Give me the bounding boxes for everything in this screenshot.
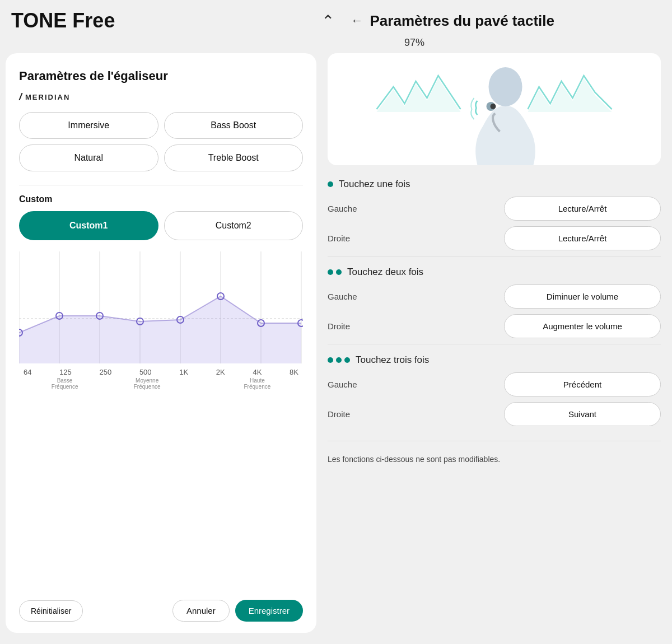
reset-button[interactable]: Réinitialiser	[19, 600, 83, 622]
eq-panel: Paramètres de l'égaliseur / MERIDIAN Imm…	[6, 53, 316, 633]
touch-section-title-1: Touchez une fois	[339, 179, 410, 190]
dot-icon	[328, 269, 333, 275]
save-button[interactable]: Enregistrer	[235, 600, 303, 622]
touch-row: DroiteSuivant	[328, 402, 661, 426]
touch-row: GaucheLecture/Arrêt	[328, 197, 661, 221]
side-label: Gauche	[328, 204, 367, 213]
dot-icon	[328, 357, 333, 363]
svg-point-17	[489, 67, 522, 106]
right-header: ← Paramètres du pavé tactile	[351, 12, 661, 30]
touch-dots-2	[328, 269, 342, 275]
earphone-illustration-box	[328, 53, 661, 165]
preset-treble-boost[interactable]: Treble Boost	[164, 144, 304, 171]
eq-freq-labels: 64 125 250 500 1K 2K 4K 8K	[19, 366, 303, 376]
preset-bass-boost[interactable]: Bass Boost	[164, 112, 304, 139]
touch-section-1: Touchez une foisGaucheLecture/ArrêtDroit…	[328, 179, 661, 256]
side-label: Droite	[328, 234, 367, 243]
battery-indicator: 97%	[157, 37, 672, 53]
custom-section-label: Custom	[19, 194, 303, 204]
action-button[interactable]: Suivant	[504, 402, 661, 426]
touch-header-1: Touchez une fois	[328, 179, 661, 190]
earphone-illustration	[328, 53, 661, 165]
action-button[interactable]: Précédent	[504, 372, 661, 396]
section-divider	[328, 344, 661, 344]
main-content: Paramètres de l'égaliseur / MERIDIAN Imm…	[0, 53, 672, 644]
touch-dots-3	[328, 357, 350, 363]
custom1-button[interactable]: Custom1	[19, 211, 158, 240]
bottom-right-actions: Annuler Enregistrer	[172, 600, 303, 622]
side-label: Gauche	[328, 292, 367, 301]
touch-dots-1	[328, 181, 333, 187]
bottom-divider	[328, 441, 661, 441]
eq-chart	[19, 251, 303, 363]
app-title: TONE Free	[11, 9, 321, 32]
action-button[interactable]: Lecture/Arrêt	[504, 197, 661, 221]
touch-section-title-3: Touchez trois fois	[356, 354, 429, 366]
eq-freq-sublabels: Basse Fréquence Moyenne Fréquence Haute …	[19, 377, 303, 390]
meridian-logo: / MERIDIAN	[19, 91, 303, 103]
touch-settings-panel: Touchez une foisGaucheLecture/ArrêtDroit…	[322, 53, 666, 633]
action-button[interactable]: Augmenter le volume	[504, 314, 661, 338]
bottom-actions: Réinitialiser Annuler Enregistrer	[19, 600, 303, 622]
divider	[19, 185, 303, 185]
right-panel-title: Paramètres du pavé tactile	[370, 12, 555, 30]
back-arrow-icon[interactable]: ←	[351, 13, 363, 28]
side-label: Droite	[328, 409, 367, 419]
non-modifiable-note: Les fonctions ci-dessous ne sont pas mod…	[328, 455, 661, 464]
preset-natural[interactable]: Natural	[19, 144, 158, 171]
dot-icon	[328, 181, 333, 187]
touch-header-2: Touchez deux fois	[328, 267, 661, 278]
touch-sections: Touchez une foisGaucheLecture/ArrêtDroit…	[328, 179, 661, 436]
chevron-up-icon[interactable]: ⌃	[321, 12, 334, 30]
action-button[interactable]: Diminuer le volume	[504, 284, 661, 309]
svg-point-19	[491, 104, 496, 109]
touch-header-3: Touchez trois fois	[328, 354, 661, 366]
side-label: Droite	[328, 321, 367, 331]
custom-grid: Custom1 Custom2	[19, 211, 303, 240]
touch-row: DroiteLecture/Arrêt	[328, 226, 661, 250]
custom2-button[interactable]: Custom2	[164, 211, 304, 240]
cancel-button[interactable]: Annuler	[172, 600, 230, 622]
touch-section-title-2: Touchez deux fois	[347, 267, 423, 278]
dot-icon	[336, 269, 342, 275]
section-divider	[328, 256, 661, 256]
preset-grid: Immersive Bass Boost Natural Treble Boos…	[19, 112, 303, 171]
touch-section-2: Touchez deux foisGaucheDiminuer le volum…	[328, 267, 661, 344]
eq-panel-title: Paramètres de l'égaliseur	[19, 69, 303, 83]
touch-row: GauchePrécédent	[328, 372, 661, 396]
touch-row: DroiteAugmenter le volume	[328, 314, 661, 338]
touch-section-3: Touchez trois foisGauchePrécédentDroiteS…	[328, 354, 661, 426]
dot-icon	[336, 357, 342, 363]
dot-icon	[344, 357, 350, 363]
action-button[interactable]: Lecture/Arrêt	[504, 226, 661, 250]
side-label: Gauche	[328, 380, 367, 389]
eq-chart-container: 64 125 250 500 1K 2K 4K 8K Basse Fréquen…	[19, 251, 303, 586]
top-bar: TONE Free ⌃ ← Paramètres du pavé tactile	[0, 0, 672, 37]
preset-immersive[interactable]: Immersive	[19, 112, 158, 139]
touch-row: GaucheDiminuer le volume	[328, 284, 661, 309]
